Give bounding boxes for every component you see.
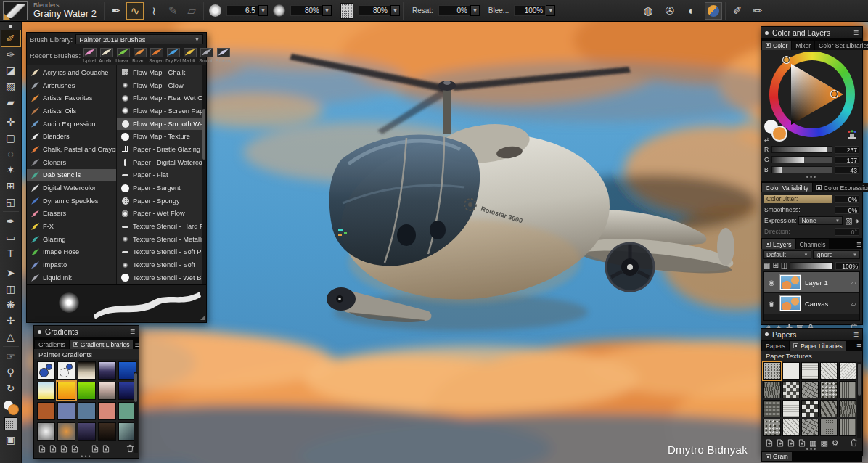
sv-marker[interactable]: [831, 91, 838, 97]
brush-variant-item[interactable]: Texture Stencil - Metallic: [117, 233, 202, 246]
paper-texture-swatch-9[interactable]: [820, 381, 838, 398]
tab-mixer[interactable]: Mixer: [792, 41, 814, 50]
swap-colors-icon[interactable]: ⇄: [764, 136, 769, 143]
tab-color-variability[interactable]: Color Variability: [762, 183, 812, 192]
gradient-swatch-11[interactable]: [37, 402, 55, 420]
selection-adjuster-tool[interactable]: ⊞: [1, 178, 20, 194]
kaleidoscope-tool[interactable]: ❋: [1, 297, 20, 313]
copy-gradient-icon[interactable]: [71, 445, 78, 453]
recent-brush-4[interactable]: Broad...: [132, 48, 147, 63]
expression-panel-icon[interactable]: ▨: [845, 217, 852, 225]
slider-track[interactable]: [771, 146, 832, 153]
lasso-tool[interactable]: ◌: [1, 146, 20, 162]
slider-value[interactable]: 137: [835, 156, 859, 164]
main-additional-colors[interactable]: [1, 400, 20, 416]
gradient-image-icon[interactable]: [102, 445, 110, 453]
gradient-swatch-17[interactable]: [57, 422, 75, 441]
brush-variant-item[interactable]: Flow Map - Glow: [117, 79, 202, 92]
layer-row[interactable]: ◉Canvas▱: [764, 293, 859, 314]
brush-variant-item[interactable]: Paper - Bristle Glazing: [117, 143, 202, 156]
recent-brush-3[interactable]: Linear...: [115, 48, 131, 63]
brush-preview-chip[interactable]: [3, 1, 28, 20]
brush-ghost-icon[interactable]: ✏: [749, 2, 766, 20]
tab-gradients[interactable]: Gradients: [35, 340, 69, 349]
color-panel-menu-icon[interactable]: ≡: [853, 28, 859, 37]
gradient-swatch-3[interactable]: [78, 361, 96, 380]
color-slider-b[interactable]: B43: [764, 165, 859, 174]
navigator-toggle[interactable]: ▣: [1, 432, 20, 448]
brush-category-item[interactable]: Audio Expression: [27, 118, 116, 131]
brush-variant-item[interactable]: Flow Map - Real Wet Oil: [117, 91, 202, 105]
delete-paper-icon[interactable]: [850, 438, 858, 447]
brush-category-item[interactable]: Glazing: [27, 233, 116, 246]
perspective-grid-tool[interactable]: △: [1, 329, 20, 345]
paper-tabs-menu-icon[interactable]: ≡: [856, 342, 861, 351]
size-dropdown-arrow[interactable]: ▼: [258, 5, 268, 16]
import-paper-icon[interactable]: [766, 439, 773, 447]
brush-category-item[interactable]: Artists' Favorites: [27, 91, 116, 105]
export-paper-icon[interactable]: [777, 439, 784, 447]
brush-variant-item[interactable]: Paper - Flat: [117, 169, 202, 182]
main-color-swatch[interactable]: [771, 126, 787, 142]
brush-variant-item[interactable]: Texture Stencil - Soft: [117, 258, 202, 271]
toolbox-handle[interactable]: [9, 25, 12, 28]
opacity-value[interactable]: 80%: [290, 5, 322, 16]
gradient-swatch-1[interactable]: [37, 361, 55, 380]
paper-texture-swatch-4[interactable]: [820, 362, 838, 380]
slider-value[interactable]: 43: [835, 166, 859, 174]
freehand-stroke-icon[interactable]: ∿: [126, 2, 144, 20]
grain-dropdown-arrow[interactable]: ▼: [390, 5, 400, 16]
divine-proportion-tool[interactable]: ✢: [1, 313, 20, 329]
mirror-painting-tool[interactable]: ◫: [1, 281, 20, 297]
tab-paper-libraries[interactable]: Paper Libraries: [790, 341, 846, 351]
eraser-tool[interactable]: ▰: [1, 94, 20, 110]
gradient-list-icon[interactable]: [91, 445, 99, 453]
brush-category-item[interactable]: Chalk, Pastel and Crayons: [27, 143, 116, 156]
layer-row[interactable]: ◉Layer 1▱: [764, 272, 859, 293]
recent-brush-2[interactable]: Acrylic...: [99, 48, 114, 63]
gradient-scrollbar[interactable]: [134, 372, 138, 453]
gradient-swatch-8[interactable]: [78, 382, 96, 400]
brush-category-item[interactable]: Erasers: [27, 208, 116, 221]
tab-gradient-libraries[interactable]: Gradient Libraries: [70, 340, 134, 349]
clone-color-icon[interactable]: ✎: [164, 2, 181, 20]
brush-variant-item[interactable]: Texture Stencil - Hard Pastel: [117, 220, 202, 233]
bleed-dropdown-arrow[interactable]: ▼: [546, 5, 555, 16]
gradient-swatch-16[interactable]: [37, 422, 55, 441]
opacity-dropdown-arrow[interactable]: ▼: [322, 5, 332, 16]
layer-visibility-icon[interactable]: ◉: [767, 278, 776, 287]
paper-scrollbar[interactable]: [857, 362, 861, 438]
layer-visibility-icon[interactable]: ◉: [767, 299, 776, 308]
rect-select-tool[interactable]: ▢: [1, 130, 20, 146]
stroke-jitter-icon[interactable]: ◍: [639, 2, 657, 20]
color-wheel-icon[interactable]: ✇: [661, 2, 679, 20]
magnifier-tool[interactable]: ⚲: [1, 364, 20, 380]
brush-category-item[interactable]: Blenders: [27, 130, 116, 143]
paper-texture-swatch-6[interactable]: [763, 381, 781, 398]
grain-field[interactable]: 80% ▼: [359, 5, 400, 16]
smoothness-value[interactable]: 0%: [835, 206, 859, 214]
brush-variant-item[interactable]: Flow Map - Smooth Wet Oil: [117, 118, 202, 131]
slider-track[interactable]: [771, 166, 832, 173]
pick-up-underlying-icon[interactable]: ⊞: [772, 262, 778, 269]
recent-brush-6[interactable]: Dry Pal...: [165, 48, 181, 63]
brush-selector-icon[interactable]: ✒: [107, 2, 125, 20]
resat-value[interactable]: 0%: [438, 5, 470, 16]
brush-library-dropdown[interactable]: Painter 2019 Brushes ▼: [75, 34, 203, 44]
resat-dropdown-arrow[interactable]: ▼: [470, 5, 480, 16]
brush-variant-item[interactable]: Flow Map - Texture: [117, 130, 202, 143]
layer-opacity-slider[interactable]: [790, 262, 833, 269]
brush-category-item[interactable]: Digital Watercolor: [27, 181, 116, 194]
opacity-field[interactable]: 80% ▼: [290, 5, 332, 16]
recent-brush-5[interactable]: Sargen...: [149, 48, 164, 63]
color-set-stamp-icon[interactable]: [846, 129, 858, 140]
slider-value[interactable]: 237: [835, 146, 859, 154]
brush-category-item[interactable]: F-X: [27, 220, 116, 233]
papers-menu-icon[interactable]: ≡: [853, 330, 859, 339]
bleed-value[interactable]: 100%: [514, 5, 546, 16]
tab-color[interactable]: Color: [762, 41, 791, 50]
crop-tool[interactable]: ◱: [1, 194, 20, 210]
brush-tool[interactable]: ✐: [1, 30, 20, 46]
gradient-tool[interactable]: ▨: [1, 78, 20, 94]
layer-adjuster-tool[interactable]: ✛: [1, 114, 20, 130]
